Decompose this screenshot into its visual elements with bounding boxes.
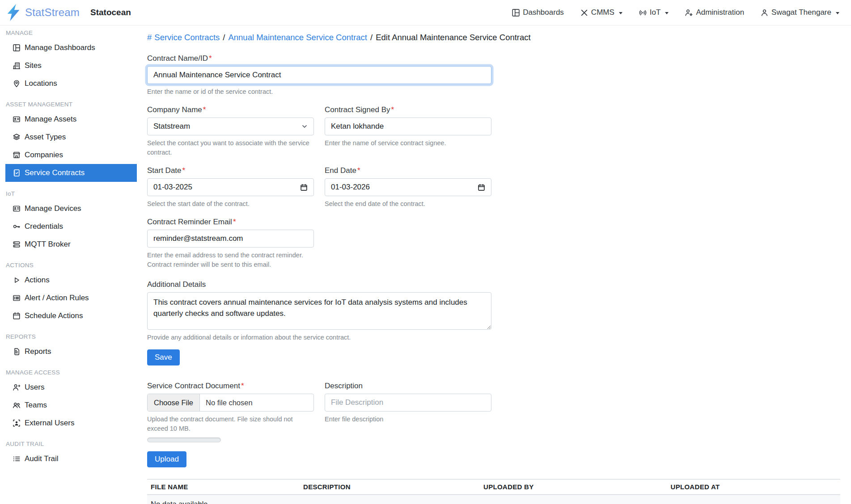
signed-by-group: Contract Signed By* Enter the name of se… (325, 105, 491, 157)
company-name-label: Company Name* (147, 105, 314, 114)
sidebar-item-sites[interactable]: Sites (5, 57, 137, 75)
company-name-select[interactable]: Statstream (147, 118, 314, 135)
start-date-input[interactable]: 01-03-2025 (147, 178, 314, 196)
sidebar-item-label: Audit Trail (25, 454, 59, 463)
required-asterisk: * (391, 105, 394, 114)
server-icon (13, 240, 21, 248)
signed-by-input[interactable] (325, 118, 491, 135)
additional-details-help: Provide any additional details or inform… (147, 333, 491, 342)
required-asterisk: * (209, 54, 212, 63)
person-badge-icon (13, 419, 21, 427)
sidebar-item-companies[interactable]: Companies (5, 146, 137, 164)
sidebar-item-locations[interactable]: Locations (5, 75, 137, 92)
sidebar-item-manage-dashboards[interactable]: Manage Dashboards (5, 39, 137, 57)
nav-item-cmms[interactable]: CMMS (580, 8, 622, 17)
sidebar: MANAGEManage DashboardsSitesLocationsASS… (0, 25, 137, 504)
sidebar-item-users[interactable]: Users (5, 378, 137, 396)
sidebar-section-manage: MANAGE (6, 27, 131, 39)
contract-document-label: Service Contract Document* (147, 382, 314, 391)
additional-details-textarea[interactable] (147, 292, 491, 330)
card-list-icon (13, 294, 21, 302)
contract-name-input[interactable] (147, 66, 491, 84)
sidebar-item-label: MQTT Broker (25, 240, 71, 249)
sidebar-section-asset-management: ASSET MANAGEMENT (6, 99, 131, 110)
sidebar-item-label: Manage Dashboards (25, 43, 95, 52)
sidebar-section-actions: ACTIONS (6, 260, 131, 271)
nav-item-administration[interactable]: Administration (685, 8, 744, 17)
contract-name-group: Contract Name/ID* Enter the name or id o… (147, 54, 491, 97)
building-icon (13, 62, 21, 70)
breadcrumb-link-contract[interactable]: Annual Maintenance Service Contract (228, 33, 367, 42)
nav-item-label: Dashboards (523, 8, 564, 17)
contract-name-help: Enter the name or id of the service cont… (147, 87, 491, 97)
file-status-text: No file chosen (200, 394, 258, 411)
table-header-uploaded-at: UPLOADED AT (667, 479, 841, 495)
nav-item-iot[interactable]: IoT (639, 8, 669, 17)
brand-name: StatStream (25, 6, 80, 19)
sidebar-item-teams[interactable]: Teams (5, 396, 137, 414)
nav-item-label: Administration (696, 8, 744, 17)
card-icon (13, 115, 21, 123)
required-asterisk: * (203, 105, 206, 114)
company-name-group: Company Name* Statstream Select the cont… (147, 105, 314, 157)
nav-item-swagat-thengare[interactable]: Swagat Thengare (760, 8, 839, 17)
sidebar-item-alert-action-rules[interactable]: Alert / Action Rules (5, 289, 137, 307)
sidebar-item-label: Credentials (25, 222, 63, 231)
nav-item-label: CMMS (591, 8, 614, 17)
nav-item-dashboards[interactable]: Dashboards (512, 8, 564, 17)
sidebar-item-actions[interactable]: Actions (5, 271, 137, 289)
required-asterisk: * (233, 218, 236, 226)
sidebar-item-label: Teams (25, 401, 47, 410)
sidebar-item-service-contracts[interactable]: Service Contracts (5, 164, 137, 182)
sidebar-item-label: Service Contracts (25, 168, 85, 177)
brand[interactable]: StatStream (5, 4, 80, 21)
sidebar-item-asset-types[interactable]: Asset Types (5, 128, 137, 146)
calendar-icon[interactable] (300, 184, 308, 191)
required-asterisk: * (357, 166, 360, 175)
breadcrumb-link-service-contracts[interactable]: Service Contracts (154, 33, 220, 42)
shop-icon (13, 151, 21, 159)
contract-document-file-input[interactable]: Choose File No file chosen (147, 394, 314, 412)
caret-down-icon (836, 12, 839, 14)
contract-document-group: Service Contract Document* Choose File N… (147, 382, 314, 442)
calendar-icon (13, 312, 21, 320)
breadcrumb-current: Edit Annual Maintenance Service Contract (376, 33, 531, 42)
sidebar-item-label: Locations (25, 79, 57, 88)
files-table: FILE NAMEDESCRIPTIONUPLOADED BYUPLOADED … (147, 479, 840, 504)
sidebar-item-credentials[interactable]: Credentials (5, 218, 137, 235)
journal-check-icon (13, 169, 21, 177)
no-data-cell: No data available (147, 495, 840, 504)
sidebar-item-label: Reports (25, 347, 51, 356)
main-content: #Service Contracts/Annual Maintenance Se… (137, 25, 851, 504)
choose-file-button[interactable]: Choose File (148, 394, 200, 411)
file-description-help: Enter file description (325, 415, 491, 424)
nav-item-label: IoT (650, 8, 661, 17)
calendar-icon[interactable] (478, 184, 485, 191)
file-description-group: Description Enter file description (325, 382, 491, 442)
sidebar-item-schedule-actions[interactable]: Schedule Actions (5, 307, 137, 325)
sidebar-item-external-users[interactable]: External Users (5, 414, 137, 432)
upload-button[interactable]: Upload (147, 451, 186, 467)
files-table-header-row: FILE NAMEDESCRIPTIONUPLOADED BYUPLOADED … (147, 479, 840, 495)
sidebar-item-audit-trail[interactable]: Audit Trail (5, 450, 137, 468)
start-date-label: Start Date* (147, 166, 314, 175)
top-navbar: StatStream Statocean DashboardsCMMSIoTAd… (0, 0, 851, 25)
end-date-help: Select the end date of the contract. (325, 199, 491, 209)
sidebar-section-iot: IoT (6, 188, 131, 200)
sidebar-item-manage-assets[interactable]: Manage Assets (5, 110, 137, 128)
sidebar-item-reports[interactable]: Reports (5, 343, 137, 361)
reminder-email-group: Contract Reminder Email* Enter the email… (147, 218, 314, 269)
reminder-email-label: Contract Reminder Email* (147, 218, 314, 227)
end-date-input[interactable]: 01-03-2026 (325, 178, 491, 196)
person-gear-icon (685, 8, 693, 17)
file-description-input[interactable] (325, 394, 491, 412)
sidebar-item-label: Users (25, 383, 44, 392)
sidebar-item-manage-devices[interactable]: Manage Devices (5, 200, 137, 218)
save-button[interactable]: Save (147, 349, 180, 365)
sidebar-item-mqtt-broker[interactable]: MQTT Broker (5, 235, 137, 253)
reminder-email-input[interactable] (147, 230, 314, 248)
people-icon (13, 401, 21, 409)
navbar-menu: DashboardsCMMSIoTAdministrationSwagat Th… (512, 8, 839, 17)
table-header-file-name: FILE NAME (147, 479, 300, 495)
start-date-help: Select the start date of the contract. (147, 199, 314, 209)
